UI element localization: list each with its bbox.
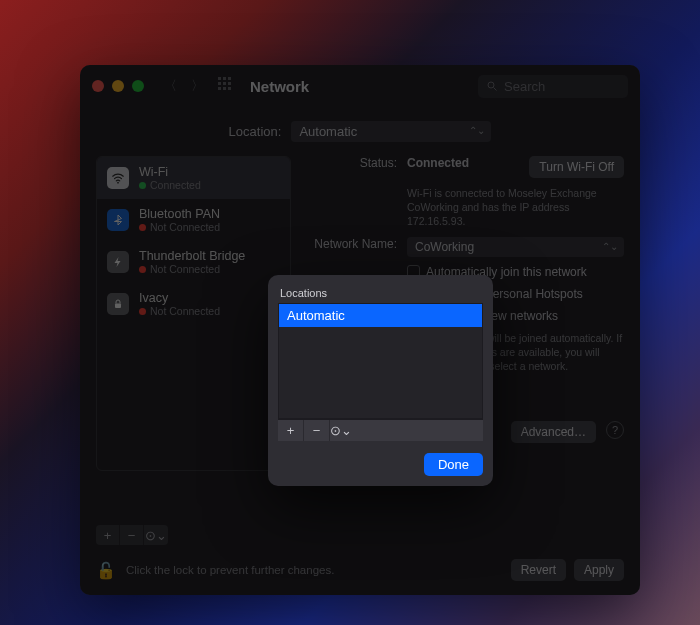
locations-label: Locations (280, 287, 483, 299)
help-button[interactable]: ? (606, 421, 624, 439)
remove-location-button[interactable]: − (304, 420, 330, 441)
network-name-label: Network Name: (307, 237, 397, 251)
location-value: Automatic (299, 124, 357, 139)
wifi-icon (107, 167, 129, 189)
locations-toolbar: + − ⊙⌄ (278, 419, 483, 441)
titlebar: 〈 〉 Network Search (80, 65, 640, 107)
sidebar-item-ivacy[interactable]: IvacyNot Connected (97, 283, 290, 325)
svg-point-2 (117, 182, 119, 184)
location-row: Location: Automatic ⌃⌄ (96, 121, 624, 142)
status-detail: Wi-Fi is connected to Moseley Exchange C… (407, 186, 624, 229)
sidebar-item-label: Thunderbolt Bridge (139, 249, 245, 263)
network-name-select[interactable]: CoWorking⌃⌄ (407, 237, 624, 257)
location-actions-button[interactable]: ⊙⌄ (330, 420, 483, 441)
locations-listbox[interactable]: Automatic (278, 303, 483, 419)
back-button[interactable]: 〈 (164, 77, 177, 95)
search-placeholder: Search (504, 79, 545, 94)
chevron-updown-icon: ⌃⌄ (602, 241, 618, 252)
locations-modal: Locations Automatic + − ⊙⌄ Done (268, 275, 493, 486)
sidebar-item-thunderbolt[interactable]: Thunderbolt BridgeNot Connected (97, 241, 290, 283)
bluetooth-icon (107, 209, 129, 231)
thunderbolt-icon (107, 251, 129, 273)
status-dot-icon (139, 182, 146, 189)
sidebar-item-bluetooth[interactable]: Bluetooth PANNot Connected (97, 199, 290, 241)
svg-rect-3 (115, 304, 121, 309)
sidebar-item-wifi[interactable]: Wi-FiConnected (97, 157, 290, 199)
unlock-icon[interactable]: 🔓 (96, 561, 116, 580)
apply-button[interactable]: Apply (574, 559, 624, 581)
minimize-window-button[interactable] (112, 80, 124, 92)
forward-button[interactable]: 〉 (191, 77, 204, 95)
status-value: Connected (407, 156, 469, 170)
sidebar-item-label: Bluetooth PAN (139, 207, 220, 221)
status-dot-icon (139, 266, 146, 273)
svg-point-0 (488, 82, 494, 88)
nav-controls: 〈 〉 (164, 77, 232, 95)
status-label: Status: (307, 156, 397, 170)
location-label: Location: (229, 124, 282, 139)
svg-line-1 (494, 88, 497, 91)
lock-text: Click the lock to prevent further change… (126, 564, 334, 576)
window-title: Network (250, 78, 468, 95)
search-icon (486, 80, 498, 92)
wifi-off-button[interactable]: Turn Wi-Fi Off (529, 156, 624, 178)
revert-button[interactable]: Revert (511, 559, 566, 581)
interfaces-sidebar: Wi-FiConnected Bluetooth PANNot Connecte… (96, 156, 291, 471)
search-field[interactable]: Search (478, 75, 628, 98)
status-dot-icon (139, 224, 146, 231)
lock-row: 🔓 Click the lock to prevent further chan… (96, 559, 624, 581)
done-button[interactable]: Done (424, 453, 483, 476)
add-interface-button[interactable]: + (96, 525, 120, 545)
interface-actions-button[interactable]: ⊙⌄ (144, 525, 168, 545)
show-all-button[interactable] (218, 77, 232, 91)
advanced-button[interactable]: Advanced… (511, 421, 596, 443)
window-controls (92, 80, 144, 92)
chevron-updown-icon: ⌃⌄ (469, 125, 485, 136)
status-dot-icon (139, 308, 146, 315)
location-select[interactable]: Automatic ⌃⌄ (291, 121, 491, 142)
lock-icon (107, 293, 129, 315)
sidebar-item-label: Ivacy (139, 291, 220, 305)
zoom-window-button[interactable] (132, 80, 144, 92)
location-item-automatic[interactable]: Automatic (279, 304, 482, 327)
sidebar-toolbar: + − ⊙⌄ (96, 525, 624, 545)
sidebar-item-label: Wi-Fi (139, 165, 201, 179)
add-location-button[interactable]: + (278, 420, 304, 441)
close-window-button[interactable] (92, 80, 104, 92)
remove-interface-button[interactable]: − (120, 525, 144, 545)
